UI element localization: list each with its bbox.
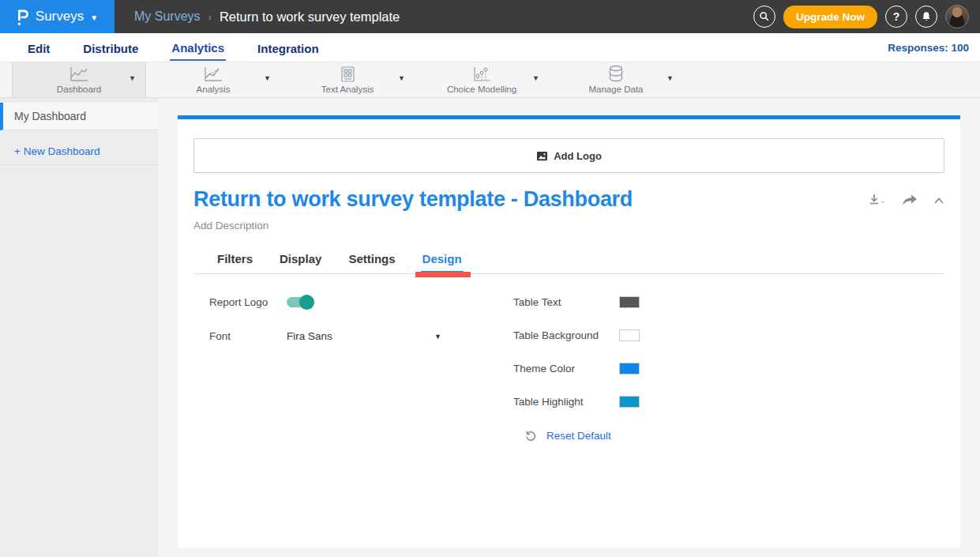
color-setting-row: Theme Color: [513, 363, 640, 374]
toolbar-dashboard[interactable]: Dashboard ▼: [12, 62, 146, 97]
table-highlight-label: Table Highlight: [513, 396, 584, 408]
breadcrumb-separator-icon: ›: [208, 11, 212, 23]
toolbar-text-analysis-label: Text Analysis: [321, 85, 374, 94]
dashboard-chart-icon: [69, 64, 89, 83]
breadcrumb-my-surveys[interactable]: My Surveys: [134, 9, 201, 24]
add-logo-label: Add Logo: [554, 150, 602, 162]
color-setting-row: Table Text: [513, 296, 640, 308]
nav-distribute[interactable]: Distribute: [81, 36, 140, 60]
undo-icon: [524, 429, 537, 442]
add-description-field[interactable]: Add Description: [193, 220, 944, 231]
tab-settings[interactable]: Settings: [347, 247, 396, 273]
reset-default-label: Reset Default: [546, 430, 611, 442]
tab-design[interactable]: Design: [421, 247, 464, 273]
toggle-knob: [299, 295, 314, 310]
table-background-swatch[interactable]: [619, 329, 640, 341]
collapse-chevron-icon[interactable]: [933, 197, 944, 205]
product-label: Surveys: [36, 9, 84, 24]
toolbar-choice-modelling-label: Choice Modelling: [447, 85, 516, 94]
toolbar-text-analysis[interactable]: Text Analysis ▼: [280, 62, 415, 97]
chevron-down-icon: ▼: [90, 13, 98, 22]
chevron-down-icon[interactable]: ▼: [532, 74, 539, 82]
table-text-label: Table Text: [513, 296, 561, 308]
nav-integration[interactable]: Integration: [256, 36, 321, 60]
table-highlight-swatch[interactable]: [619, 396, 640, 408]
upgrade-now-button[interactable]: Upgrade Now: [783, 6, 877, 28]
analytics-toolbar: Dashboard ▼ Analysis ▼ Text Analysis ▼: [0, 62, 980, 98]
theme-color-swatch[interactable]: [619, 363, 640, 374]
design-form-left: Report Logo Font Fira Sans ▼: [209, 296, 513, 442]
survey-nav: Edit Distribute Analytics Integration Re…: [0, 33, 980, 62]
search-icon: [759, 11, 770, 22]
choice-modelling-icon: [471, 64, 492, 83]
toolbar-manage-data[interactable]: Manage Data ▼: [549, 62, 683, 97]
analysis-chart-icon: [203, 64, 223, 83]
my-dashboard-label: My Dashboard: [14, 110, 86, 122]
question-mark-icon: ?: [893, 10, 900, 23]
sidebar-item-my-dashboard[interactable]: My Dashboard: [0, 103, 158, 130]
font-label: Font: [209, 330, 287, 342]
body: My Dashboard + New Dashboard Add Logo Re…: [0, 98, 980, 557]
theme-color-label: Theme Color: [513, 363, 575, 374]
help-button[interactable]: ?: [885, 6, 907, 28]
chevron-down-icon: ▼: [434, 333, 441, 341]
annotation-highlight: [415, 272, 471, 277]
tab-filters[interactable]: Filters: [216, 247, 254, 273]
questionpro-logo-icon: [17, 6, 29, 27]
product-switcher[interactable]: Surveys ▼: [0, 0, 115, 33]
panel-accent-bar: [178, 115, 960, 119]
font-row: Font Fira Sans ▼: [209, 330, 513, 342]
table-background-label: Table Background: [513, 329, 599, 341]
bell-icon: [921, 11, 932, 22]
chevron-down-icon[interactable]: ▼: [264, 74, 271, 82]
settings-tabs: Filters Display Settings Design: [193, 247, 944, 274]
chevron-down-icon[interactable]: ▼: [666, 74, 674, 82]
responses-count: Responses: 100: [888, 42, 969, 54]
add-logo-dropzone[interactable]: Add Logo: [193, 138, 944, 173]
toolbar-dashboard-label: Dashboard: [57, 85, 101, 94]
database-icon: [606, 64, 625, 83]
color-setting-row: Table Background: [513, 329, 640, 341]
font-selected-value: Fira Sans: [287, 330, 332, 342]
breadcrumb: My Surveys › Return to work survey templ…: [134, 9, 753, 24]
font-dropdown[interactable]: Fira Sans ▼: [287, 330, 441, 342]
tab-display[interactable]: Display: [278, 247, 323, 273]
toolbar-choice-modelling[interactable]: Choice Modelling ▼: [415, 62, 549, 97]
user-avatar[interactable]: [945, 5, 969, 28]
breadcrumb-current: Return to work survey template: [220, 9, 400, 24]
report-logo-toggle[interactable]: [287, 297, 312, 307]
color-setting-row: Table Highlight: [513, 396, 640, 408]
new-dashboard-button[interactable]: + New Dashboard: [0, 138, 158, 165]
design-form: Report Logo Font Fira Sans ▼: [209, 296, 944, 442]
reset-default-button[interactable]: Reset Default: [524, 429, 640, 442]
chevron-down-icon[interactable]: ▼: [129, 74, 136, 82]
toolbar-manage-data-label: Manage Data: [588, 85, 643, 94]
report-logo-label: Report Logo: [209, 296, 287, 308]
tab-design-label: Design: [422, 252, 462, 265]
page-title[interactable]: Return to work survey template - Dashboa…: [193, 187, 633, 212]
text-analysis-icon: [338, 64, 357, 83]
top-header: Surveys ▼ My Surveys › Return to work su…: [0, 0, 980, 33]
chevron-down-icon[interactable]: ▼: [398, 74, 405, 82]
toolbar-analysis[interactable]: Analysis ▼: [146, 62, 280, 97]
nav-edit[interactable]: Edit: [26, 36, 51, 60]
share-icon[interactable]: [902, 194, 918, 208]
title-row: Return to work survey template - Dashboa…: [193, 187, 944, 212]
toolbar-analysis-label: Analysis: [197, 85, 231, 94]
new-dashboard-label: + New Dashboard: [14, 145, 100, 157]
notifications-button[interactable]: [915, 6, 937, 28]
dashboard-sidebar: My Dashboard + New Dashboard: [0, 98, 158, 557]
image-icon: [536, 150, 548, 162]
table-text-swatch[interactable]: [619, 296, 640, 308]
nav-analytics[interactable]: Analytics: [170, 35, 226, 61]
report-logo-row: Report Logo: [209, 296, 513, 308]
title-actions: [869, 187, 944, 208]
download-icon[interactable]: [869, 194, 886, 208]
design-form-right: Table Text Table Background Theme Color …: [513, 296, 640, 442]
search-button[interactable]: [753, 6, 775, 28]
main-area: Add Logo Return to work survey template …: [158, 98, 980, 557]
header-actions: Upgrade Now ?: [753, 5, 980, 28]
dashboard-panel: Add Logo Return to work survey template …: [178, 115, 960, 548]
